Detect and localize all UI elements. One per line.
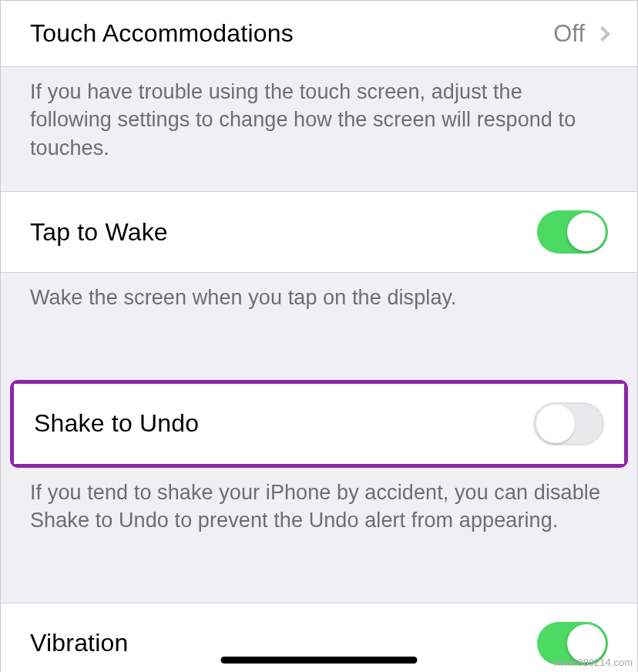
footer-tap-to-wake: Wake the screen when you tap on the disp… bbox=[1, 273, 637, 341]
row-touch-accommodations[interactable]: Touch Accommodations Off bbox=[1, 1, 637, 67]
highlight-shake-to-undo: Shake to Undo bbox=[10, 380, 628, 468]
row-value-text: Off bbox=[553, 20, 585, 48]
row-tap-to-wake: Tap to Wake bbox=[1, 191, 637, 273]
row-shake-to-undo: Shake to Undo bbox=[14, 384, 624, 464]
chevron-right-icon bbox=[595, 26, 610, 42]
toggle-knob bbox=[567, 213, 606, 251]
row-title: Shake to Undo bbox=[34, 409, 199, 438]
footer-shake-to-undo: If you tend to shake your iPhone by acci… bbox=[1, 468, 637, 564]
spacer bbox=[1, 564, 637, 603]
toggle-shake-to-undo[interactable] bbox=[533, 402, 604, 445]
row-title: Touch Accommodations bbox=[30, 19, 294, 48]
watermark-text: www.989214.com bbox=[553, 657, 633, 668]
row-value-wrapper: Off bbox=[553, 20, 608, 48]
spacer bbox=[1, 341, 637, 380]
home-indicator[interactable] bbox=[221, 657, 418, 664]
settings-screen: Touch Accommodations Off If you have tro… bbox=[0, 0, 638, 672]
row-title: Vibration bbox=[30, 629, 129, 657]
row-title: Tap to Wake bbox=[30, 218, 168, 247]
toggle-knob bbox=[536, 405, 575, 443]
footer-touch-accommodations: If you have trouble using the touch scre… bbox=[1, 67, 637, 191]
toggle-tap-to-wake[interactable] bbox=[537, 210, 608, 254]
